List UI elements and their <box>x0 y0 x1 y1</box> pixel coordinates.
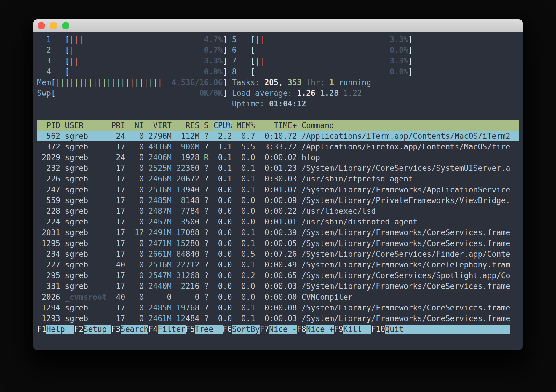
column-header-s[interactable]: S <box>204 121 209 130</box>
pid-cell: 224 <box>37 217 60 226</box>
fkey-label: F1 <box>37 325 46 334</box>
process-row[interactable]: 247 sgreb 17 0 2516M 13940 ? 0.0 0.1 0:0… <box>37 184 519 195</box>
meter-bar: | <box>121 78 125 87</box>
pri-cell: 17 <box>111 250 125 259</box>
ni-cell: 0 <box>130 282 144 291</box>
s-cell: ? <box>204 174 209 183</box>
cpu-cell: 0.0 <box>213 250 232 259</box>
process-row[interactable]: 224 sgreb 17 0 2457M 3500 ? 0.0 0.0 0:01… <box>37 216 519 227</box>
cpu-meter-value: 0.0% <box>204 67 223 76</box>
column-header-ni[interactable]: NI <box>130 121 144 130</box>
mem-cell: 0.0 <box>237 207 255 216</box>
meter-close-bracket: ] <box>223 67 227 76</box>
res-cell <box>176 207 181 216</box>
virt-cell: 2461M <box>148 314 172 323</box>
column-header-user[interactable]: USER <box>65 121 111 130</box>
process-row[interactable]: 2026 _cvmsroot 40 0 0 0 ? 0.0 0.0 0:00.0… <box>37 292 519 302</box>
s-cell: ? <box>204 303 209 312</box>
time-cell: 0:01.07 <box>260 185 297 194</box>
process-row[interactable]: 295 sgreb 17 0 2547M 31268 ? 0.0 0.2 0:0… <box>37 270 519 281</box>
fkey-f2-setup-button[interactable]: F2Setup <box>74 325 111 334</box>
meter-bar: | <box>84 78 88 87</box>
fkey-f9-kill-button[interactable]: F9Kill <box>334 325 371 334</box>
meter-open-bracket: [ <box>250 46 255 55</box>
uptime: Uptime: 01:04:12 <box>232 99 306 108</box>
process-row[interactable]: 227 sgreb 40 0 2516M 22712 ? 0.0 0.1 0:0… <box>37 259 519 270</box>
cpu-cell: 0.0 <box>213 271 232 280</box>
column-header-res[interactable]: RES <box>176 121 199 130</box>
column-header-time[interactable]: TIME+ <box>260 121 297 130</box>
process-row[interactable]: 226 sgreb 17 0 2466M 20672 ? 0.1 0.1 0:3… <box>37 173 519 184</box>
fkey-f7-nice--button[interactable]: F7Nice - <box>260 325 297 334</box>
load-average: Load average: 1.26 1.28 1.22 <box>232 89 362 98</box>
column-header-pid[interactable]: PID <box>37 121 60 130</box>
fkey-label: F8 <box>297 325 306 334</box>
mem-cell: 0.1 <box>237 185 255 194</box>
tasks-summary: Tasks: 205, 353 thr; 1 running <box>232 78 371 87</box>
time-cell: 0:00.02 <box>260 153 297 162</box>
cpu-meter-value: 3.3% <box>204 56 223 65</box>
column-header-mem[interactable]: MEM% <box>237 121 255 130</box>
s-cell: ? <box>204 185 209 194</box>
ni-cell: 0 <box>130 217 144 226</box>
pid-cell: 227 <box>37 260 60 269</box>
column-header-virt[interactable]: VIRT <box>148 121 172 130</box>
process-row[interactable]: 228 sgreb 17 0 2487M 7784 ? 0.0 0.0 0:00… <box>37 206 519 216</box>
cpu-cell: 0.0 <box>213 228 232 237</box>
column-header-cpu[interactable]: CPU% <box>213 121 232 130</box>
fkey-f5-tree-button[interactable]: F5Tree <box>186 325 223 334</box>
process-row[interactable]: 2031 sgreb 17 17 2491M 17088 ? 0.0 0.1 0… <box>37 227 519 238</box>
cmd-cell: /System/Library/CoreServices/Finder.app/… <box>301 250 510 259</box>
process-row[interactable]: 1295 sgreb 17 0 2471M 15280 ? 0.0 0.1 0:… <box>37 238 519 249</box>
ni-cell: 0 <box>130 196 144 205</box>
s-cell: ? <box>204 228 209 237</box>
mem-cell: 0.1 <box>237 228 255 237</box>
s-cell: ? <box>204 164 209 173</box>
virt-cell: 2487M <box>148 207 172 216</box>
mem-cell: 0.1 <box>237 174 255 183</box>
titlebar <box>33 19 523 32</box>
fkey-f8-nice--button[interactable]: F8Nice + <box>297 325 334 334</box>
mem-meter-value: 4.53G/16.0G <box>172 78 223 87</box>
column-header-cmd[interactable]: Command <box>301 121 510 130</box>
zoom-button[interactable] <box>62 22 69 29</box>
pri-cell: 17 <box>111 282 125 291</box>
fkey-label: F9 <box>334 325 343 334</box>
process-row[interactable]: 232 sgreb 17 0 2525M 22360 ? 0.1 0.1 0:0… <box>37 163 519 173</box>
process-row[interactable]: 2029 sgreb 24 0 2406M 1928 R 0.1 0.0 0:0… <box>37 152 519 163</box>
s-cell: ? <box>204 196 209 205</box>
fkey-action-label: Search <box>121 325 148 334</box>
fkey-f3-search-button[interactable]: F3Search <box>111 325 148 334</box>
minimize-button[interactable] <box>50 22 57 29</box>
swap-meter-value: 0K/0K <box>199 89 223 98</box>
cpu-meter-row-4: 4 [ 0.0%] 8 [ 0.0%] <box>37 66 519 77</box>
cmd-cell: /usr/sbin/distnoted agent <box>301 217 510 226</box>
process-row[interactable]: 1294 sgreb 17 0 2485M 19768 ? 0.0 0.1 0:… <box>37 302 519 313</box>
fkey-f4-filter-button[interactable]: F4Filter <box>148 325 186 334</box>
column-header-pri[interactable]: PRI <box>111 121 125 130</box>
process-row[interactable]: 234 sgreb 17 0 2661M 84840 ? 0.0 0.5 0:0… <box>37 249 519 259</box>
user-cell: _cvmsroot <box>65 293 111 302</box>
cpu-meter-value: 3.3% <box>390 56 408 65</box>
process-row[interactable]: 559 sgreb 17 0 2485M 8148 ? 0.0 0.0 0:00… <box>37 195 519 206</box>
meter-bar: | <box>153 78 158 87</box>
meter-close-bracket: ] <box>223 78 227 87</box>
cpu-cell: 0.0 <box>213 217 232 226</box>
meter-bar: | <box>125 78 130 87</box>
mem-cell: 0.2 <box>237 271 255 280</box>
cmd-cell: CVMCompiler <box>301 293 510 302</box>
meter-open-bracket: [ <box>65 46 70 55</box>
close-button[interactable] <box>38 22 45 29</box>
cpu-cell: 0.0 <box>213 303 232 312</box>
process-row-selected[interactable]: 562 sgreb 24 0 2796M 112M ? 2.2 0.7 0:10… <box>37 131 519 141</box>
mem-meter-label: Mem <box>37 78 51 87</box>
process-row[interactable]: 331 sgreb 17 0 2440M 2216 ? 0.0 0.0 0:00… <box>37 281 519 291</box>
fkey-f6-sortby-button[interactable]: F6SortBy <box>223 325 260 334</box>
virt-cell: 2485M <box>148 303 172 312</box>
process-row[interactable]: 372 sgreb 17 0 4916M 900M ? 1.1 5.5 3:33… <box>37 141 519 152</box>
time-cell: 0:00.05 <box>260 239 297 248</box>
cpu-cell: 0.0 <box>213 282 232 291</box>
fkey-f10-quit-button[interactable]: F10Quit <box>371 325 510 334</box>
fkey-f1-help-button[interactable]: F1Help <box>37 325 74 334</box>
process-row[interactable]: 1293 sgreb 17 0 2461M 12484 ? 0.0 0.1 0:… <box>37 313 519 324</box>
